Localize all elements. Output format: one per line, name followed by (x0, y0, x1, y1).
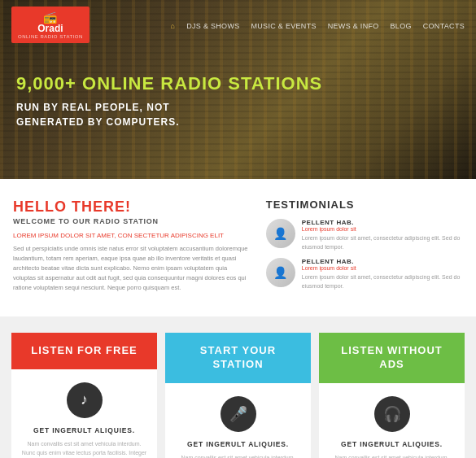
testimonial-body-1: Lorem ipsum dolor sit amet, consectetur … (302, 234, 463, 251)
card-start-station: START YOUR STATION 🎤 GET INGERULT ALIQUI… (165, 333, 311, 458)
brand-tagline: ONLINE RADIO STATION (18, 34, 83, 39)
nav-link-contacts[interactable]: CONTACTS (423, 22, 465, 30)
logo[interactable]: 📻 Oradi ONLINE RADIO STATION (11, 7, 90, 43)
card-header-listen-free: LISTEN FOR FREE (11, 333, 157, 369)
card-label-start-station: GET INGERULT ALIQUIES. (187, 440, 289, 448)
hero-title: 9,000+ ONLINE RADIO STATIONS (16, 74, 460, 94)
nav-item-blog[interactable]: BLOG (391, 20, 412, 31)
logo-icon: 📻 (43, 11, 57, 24)
nav-item-djs[interactable]: DJS & SHOWS (186, 20, 239, 31)
card-label-listen-free: GET INGERULT ALIQUIES. (33, 426, 135, 434)
testimonial-name-2: PELLENT HAB. (302, 258, 463, 265)
card-body-listen-free: ♪ GET INGERULT ALIQUIES. Nam convallis e… (11, 369, 157, 458)
headphones-icon: 🎧 (374, 396, 410, 432)
nav-item-news[interactable]: NEWS & INFO (328, 20, 379, 31)
testimonial-sub-2: Lorem ipsum dolor sit (302, 265, 463, 271)
card-listen-no-ads: LISTEN WITHOUT ADS 🎧 GET INGERULT ALIQUI… (319, 333, 465, 458)
navigation: 📻 Oradi ONLINE RADIO STATION ⌂ DJS & SHO… (0, 0, 476, 50)
cards-section: LISTEN FOR FREE ♪ GET INGERULT ALIQUIES.… (0, 316, 476, 458)
testimonial-name-1: PELLENT HAB. (302, 219, 463, 226)
hero-section: 📻 Oradi ONLINE RADIO STATION ⌂ DJS & SHO… (0, 0, 476, 179)
avatar-placeholder-2: 👤 (266, 258, 295, 287)
card-listen-free: LISTEN FOR FREE ♪ GET INGERULT ALIQUIES.… (11, 333, 157, 458)
avatar-1: 👤 (266, 219, 295, 248)
card-body-start-station: 🎤 GET INGERULT ALIQUIES. Nam convallis e… (165, 383, 311, 458)
nav-list: ⌂ DJS & SHOWS MUSIC & EVENTS NEWS & INFO… (170, 20, 465, 31)
card-desc-start-station: Nam convallis est sit amet vehicula inte… (175, 453, 301, 458)
nav-item-music[interactable]: MUSIC & EVENTS (251, 20, 317, 31)
testimonial-text-1: PELLENT HAB. Lorem ipsum dolor sit Lorem… (302, 219, 463, 251)
card-desc-listen-no-ads: Nam convallis est sit amet vehicula inte… (329, 453, 455, 458)
card-desc-listen-free: Nam convallis est sit amet vehicula inte… (21, 439, 147, 458)
testimonial-text-2: PELLENT HAB. Lorem ipsum dolor sit Lorem… (302, 258, 463, 290)
nav-item-home[interactable]: ⌂ (170, 20, 175, 31)
card-body-listen-no-ads: 🎧 GET INGERULT ALIQUIES. Nam convallis e… (319, 383, 465, 458)
about-right: Testimonials 👤 PELLENT HAB. Lorem ipsum … (266, 198, 463, 297)
testimonials-title: Testimonials (266, 198, 463, 211)
about-section: HELLO THERE! WELCOME TO OUR RADIO STATIO… (0, 179, 476, 316)
nav-link-blog[interactable]: BLOG (391, 22, 412, 30)
about-left: HELLO THERE! WELCOME TO OUR RADIO STATIO… (13, 198, 250, 297)
hero-content: 9,000+ ONLINE RADIO STATIONS RUN BY REAL… (0, 50, 476, 146)
testimonial-sub-1: Lorem ipsum dolor sit (302, 226, 463, 232)
nav-link-news[interactable]: NEWS & INFO (328, 22, 379, 30)
about-body: Sed ut perspiciatis unde omnis iste natu… (13, 244, 250, 293)
hero-subtitle-line1: RUN BY REAL PEOPLE, NOT (16, 100, 460, 115)
card-header-listen-no-ads: LISTEN WITHOUT ADS (319, 333, 465, 383)
hero-subtitle-line2: GENERATED BY COMPUTERS. (16, 115, 460, 129)
lorem-red: LOREM IPSUM DOLOR SIT AMET, CON SECTETUR… (13, 232, 250, 239)
music-note-icon: ♪ (67, 382, 103, 418)
testimonial-body-2: Lorem ipsum dolor sit amet, consectetur … (302, 273, 463, 290)
microphone-icon: 🎤 (221, 396, 256, 432)
testimonial-item-2: 👤 PELLENT HAB. Lorem ipsum dolor sit Lor… (266, 258, 463, 290)
cards-grid: LISTEN FOR FREE ♪ GET INGERULT ALIQUIES.… (11, 333, 465, 458)
nav-item-contacts[interactable]: CONTACTS (423, 20, 465, 31)
avatar-2: 👤 (266, 258, 295, 287)
nav-link-home[interactable]: ⌂ (170, 22, 175, 30)
nav-link-djs[interactable]: DJS & SHOWS (186, 22, 239, 30)
about-title: HELLO THERE! (13, 198, 250, 216)
brand-name: Oradi (37, 24, 63, 34)
about-subtitle: WELCOME TO OUR RADIO STATION (13, 217, 250, 225)
avatar-placeholder-1: 👤 (266, 219, 295, 248)
card-label-listen-no-ads: GET INGERULT ALIQUIES. (341, 440, 443, 448)
testimonial-item-1: 👤 PELLENT HAB. Lorem ipsum dolor sit Lor… (266, 219, 463, 251)
card-header-start-station: START YOUR STATION (165, 333, 311, 383)
home-icon: ⌂ (170, 22, 175, 30)
nav-link-music[interactable]: MUSIC & EVENTS (251, 22, 317, 30)
